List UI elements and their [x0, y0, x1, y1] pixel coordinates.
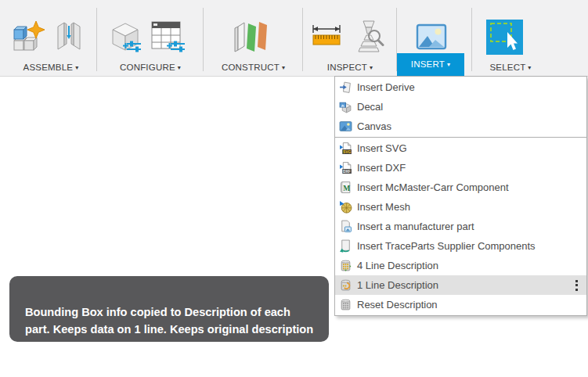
toolbar-group-assemble: ASSEMBLE▾ [6, 0, 96, 76]
construct-dropdown[interactable]: CONSTRUCT▾ [205, 63, 301, 72]
tooltip-line-2: part. Keeps data on 1 line. Keeps origin… [25, 321, 329, 338]
four-line-description-icon [339, 259, 352, 272]
mcmaster-carr-icon: M [339, 181, 352, 194]
toolbar-group-configure: CONFIGURE▾ [99, 0, 202, 76]
chevron-down-icon: ▾ [178, 64, 181, 71]
menu-item-decal[interactable]: Decal [335, 97, 586, 117]
toolbar-group-select: SELECT▾ [473, 0, 548, 76]
toolbar-divider [302, 8, 303, 71]
measure-icon[interactable] [310, 24, 343, 54]
toolbar-group-construct: CONSTRUCT▾ [205, 0, 301, 76]
configure-label: CONFIGURE [120, 63, 175, 72]
chevron-down-icon: ▾ [75, 64, 78, 71]
new-component-icon[interactable] [13, 20, 45, 56]
select-dropdown[interactable]: SELECT▾ [473, 63, 548, 72]
select-icon[interactable] [486, 20, 523, 58]
menu-item-label: 4 Line Description [357, 260, 438, 271]
menu-item-label: Insert Mesh [357, 201, 410, 213]
construction-planes-icon[interactable] [233, 20, 269, 56]
menu-item-label: Canvas [357, 120, 391, 132]
command-tooltip: Bounding Box info copied to Description … [9, 276, 329, 342]
insert-dxf-icon: DXF [339, 161, 352, 174]
menu-item-label: Insert Derive [357, 81, 415, 93]
svg-text:M: M [343, 184, 350, 192]
inspect-label: INSPECT [327, 63, 367, 72]
main-toolbar: ASSEMBLE▾ [0, 0, 588, 77]
menu-item-1-line-description[interactable]: 1 Line Description [335, 275, 586, 295]
menu-item-label: Decal [357, 101, 383, 113]
toolbar-divider [471, 8, 472, 71]
menu-item-insert-derive[interactable]: Insert Derive [335, 77, 586, 97]
insert-dropdown[interactable]: INSERT▾ [397, 53, 464, 76]
menu-item-insert-traceparts[interactable]: Insert TraceParts Supplier Components [335, 236, 586, 256]
traceparts-icon [339, 239, 352, 253]
insert-derive-icon [339, 81, 352, 94]
menu-item-label: Insert McMaster-Carr Component [357, 181, 509, 193]
insert-label: INSERT [411, 59, 445, 69]
toolbar-group-inspect: INSPECT▾ [305, 0, 395, 76]
canvas-icon [339, 120, 352, 133]
menu-item-label: Insert a manufacturer part [357, 221, 474, 232]
svg-text:SVG: SVG [343, 150, 352, 154]
construct-label: CONSTRUCT [222, 63, 280, 72]
svg-text:DXF: DXF [343, 170, 351, 174]
configure-dropdown[interactable]: CONFIGURE▾ [99, 63, 202, 72]
probe-icon[interactable] [353, 20, 384, 57]
toolbar-divider [203, 8, 204, 71]
decal-icon [339, 100, 352, 113]
one-line-description-icon [339, 278, 352, 292]
assemble-label: ASSEMBLE [23, 63, 74, 72]
menu-item-label: Reset Description [357, 299, 438, 311]
menu-item-insert-dxf[interactable]: DXF Insert DXF [335, 158, 586, 178]
insert-mesh-icon [339, 200, 352, 214]
menu-item-insert-manufacturer-part[interactable]: Insert a manufacturer part [335, 217, 586, 236]
insert-svg-icon: SVG [339, 142, 352, 155]
joint-icon[interactable] [52, 20, 86, 56]
reset-description-icon [339, 298, 352, 311]
inspect-dropdown[interactable]: INSPECT▾ [305, 63, 395, 72]
toolbar-group-insert: INSERT▾ [397, 0, 471, 76]
menu-separator [335, 137, 586, 138]
configuration-table-icon[interactable] [150, 20, 186, 56]
tooltip-line-1: Bounding Box info copied to Description … [25, 303, 329, 321]
menu-item-insert-mcmaster-carr[interactable]: M Insert McMaster-Carr Component [335, 178, 586, 197]
menu-item-canvas[interactable]: Canvas [335, 117, 586, 136]
chevron-down-icon: ▾ [447, 61, 450, 68]
chevron-down-icon: ▾ [370, 64, 373, 71]
chevron-down-icon: ▾ [282, 64, 285, 71]
chevron-down-icon: ▾ [528, 64, 531, 71]
menu-item-4-line-description[interactable]: 4 Line Description [335, 256, 586, 275]
configuration-icon[interactable] [110, 20, 142, 56]
menu-item-label: Insert TraceParts Supplier Components [357, 240, 536, 252]
menu-item-reset-description[interactable]: Reset Description [335, 295, 586, 314]
select-label: SELECT [489, 63, 525, 72]
insert-menu: Insert Derive Decal Canvas SVG Inser [334, 76, 587, 316]
item-options-kebab-icon[interactable] [575, 280, 578, 291]
assemble-dropdown[interactable]: ASSEMBLE▾ [6, 63, 96, 72]
menu-item-insert-svg[interactable]: SVG Insert SVG [335, 138, 586, 158]
insert-canvas-icon[interactable] [416, 21, 447, 56]
toolbar-divider [96, 8, 97, 71]
manufacturer-part-icon [339, 220, 352, 233]
menu-item-insert-mesh[interactable]: Insert Mesh [335, 197, 586, 217]
menu-item-label: Insert SVG [357, 142, 407, 154]
menu-item-label: 1 Line Description [357, 279, 438, 291]
menu-item-label: Insert DXF [357, 162, 406, 174]
